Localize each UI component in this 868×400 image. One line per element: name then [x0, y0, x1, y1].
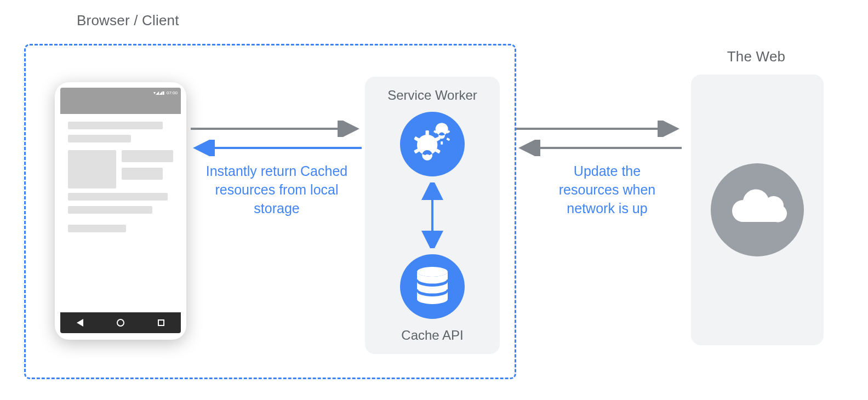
web-panel	[691, 75, 824, 345]
browser-client-title: Browser / Client	[77, 12, 179, 29]
phone-app-bar	[60, 98, 181, 114]
service-worker-panel: Service Worker	[365, 77, 500, 354]
phone-nav-bar	[60, 312, 181, 333]
the-web-title: The Web	[696, 48, 816, 65]
update-resources-annotation: Update the resources when network is up	[547, 162, 667, 218]
sw-to-cache-arrow	[370, 176, 494, 254]
cache-api-circle	[400, 254, 465, 319]
cloud-icon	[724, 188, 790, 232]
android-back-icon	[77, 319, 83, 327]
phone-status-bar: ▾◢◢▮ 07:00	[60, 88, 181, 98]
svg-rect-9	[441, 141, 443, 145]
phone-device: ▾◢◢▮ 07:00	[55, 82, 186, 340]
service-worker-circle	[400, 112, 465, 176]
web-to-sw-arrow	[515, 140, 683, 156]
gear-icon	[411, 123, 454, 165]
android-home-icon	[117, 319, 124, 327]
database-icon	[414, 266, 450, 307]
cache-api-label: Cache API	[401, 328, 463, 343]
svg-rect-3	[426, 155, 429, 159]
svg-rect-6	[441, 127, 443, 130]
cloud-circle	[711, 163, 804, 256]
cached-resources-annotation: Instantly return Cached resources from l…	[203, 162, 351, 218]
service-worker-label: Service Worker	[387, 88, 477, 103]
android-recent-icon	[158, 319, 164, 326]
phone-to-sw-arrow	[190, 121, 363, 137]
phone-content	[60, 114, 181, 312]
phone-status-time: 07:00	[167, 90, 178, 95]
svg-point-13	[417, 267, 448, 277]
svg-rect-0	[426, 130, 429, 135]
sw-to-phone-arrow	[190, 140, 363, 156]
svg-rect-8	[446, 138, 450, 141]
sw-to-web-arrow	[515, 121, 683, 137]
